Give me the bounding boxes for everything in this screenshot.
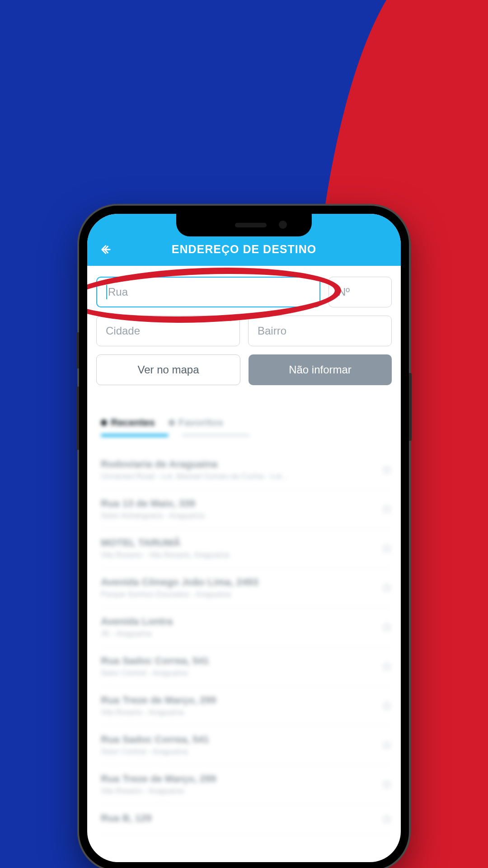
favorite-star-icon[interactable] xyxy=(382,661,392,671)
list-item[interactable]: Rua Sadoc Correa, 541Setor Central - Ara… xyxy=(101,647,392,686)
list-item-title: Rua Sadoc Correa, 541 xyxy=(101,655,209,667)
tab-favoritos[interactable]: Favoritos xyxy=(169,417,223,434)
list-item-title: Avenida Lontra xyxy=(101,616,173,627)
city-placeholder: Cidade xyxy=(106,325,140,337)
favorite-star-icon[interactable] xyxy=(382,622,392,632)
number-input[interactable]: Nº xyxy=(328,277,392,307)
favorite-star-icon[interactable] xyxy=(382,701,392,711)
list-item[interactable]: Rua Treze de Março, 299Vila Rosario - Ar… xyxy=(101,686,392,726)
svg-marker-4 xyxy=(383,584,391,591)
list-item-title: Rua Sadoc Correa, 541 xyxy=(101,734,209,745)
phone-notch xyxy=(176,214,312,236)
list-item-subtitle: Unnamed Road - Lot. Manoel Gomes da Cunh… xyxy=(101,472,288,481)
svg-marker-5 xyxy=(383,623,391,631)
list-item[interactable]: Rua Sadoc Correa, 541Setor Central - Ara… xyxy=(101,726,392,765)
list-item-subtitle: Setor Central - Araguaína xyxy=(101,669,209,678)
city-input[interactable]: Cidade xyxy=(96,316,240,346)
list-item-subtitle: Vila Rosario - Araguaína xyxy=(101,708,216,717)
back-arrow-icon[interactable] xyxy=(100,243,113,256)
svg-marker-8 xyxy=(383,741,391,749)
district-placeholder: Bairro xyxy=(258,325,286,337)
list-item-subtitle: JK - Araguaína xyxy=(101,629,173,638)
phone-power-button xyxy=(409,373,412,441)
favorite-star-icon[interactable] xyxy=(382,814,392,824)
favorite-star-icon[interactable] xyxy=(382,504,392,514)
favorite-star-icon[interactable] xyxy=(382,740,392,750)
list-item[interactable]: MOTEL TARUMÃVila Rosario - Vila Rosario,… xyxy=(101,529,392,568)
favorite-star-icon[interactable] xyxy=(382,465,392,475)
address-form: Rua Nº Cidade Bairro Ver no mapa xyxy=(87,266,401,390)
dot-icon xyxy=(101,420,107,426)
tab-recentes[interactable]: Recentes xyxy=(101,417,155,434)
svg-marker-1 xyxy=(383,466,391,473)
list-item[interactable]: Rodoviaria de AraguainaUnnamed Road - Lo… xyxy=(101,450,392,490)
street-input[interactable]: Rua xyxy=(96,277,320,307)
list-item-title: Avenida Cônego João Lima, 2493 xyxy=(101,576,258,588)
list-item[interactable]: Rua B, 129 xyxy=(101,804,392,835)
list-item-title: Rua B, 129 xyxy=(101,812,152,824)
list-item[interactable]: Rua 13 de Maio, 339Setor Anhanguera - Ar… xyxy=(101,490,392,529)
svg-marker-10 xyxy=(383,815,391,823)
list-item[interactable]: Avenida LontraJK - Araguaína xyxy=(101,608,392,647)
svg-marker-2 xyxy=(383,505,391,513)
svg-marker-3 xyxy=(383,544,391,552)
page-title: ENDEREÇO DE DESTINO xyxy=(98,243,390,256)
recent-list: Rodoviaria de AraguainaUnnamed Road - Lo… xyxy=(87,437,401,835)
svg-marker-6 xyxy=(383,662,391,670)
list-item-subtitle: Setor Anhanguera - Araguaína xyxy=(101,511,205,520)
list-item[interactable]: Avenida Cônego João Lima, 2493Parque Son… xyxy=(101,568,392,608)
list-item[interactable]: Rua Treze de Março, 299Vila Rosario - Ar… xyxy=(101,765,392,804)
svg-marker-7 xyxy=(383,702,391,709)
tabs: Recentes Favoritos xyxy=(87,390,401,434)
phone-screen: ENDEREÇO DE DESTINO Rua Nº Cidade Bairro xyxy=(87,214,401,862)
district-input[interactable]: Bairro xyxy=(248,316,392,346)
list-item-title: Rua Treze de Março, 299 xyxy=(101,694,216,706)
list-item-title: Rodoviaria de Araguaina xyxy=(101,458,288,470)
street-placeholder: Rua xyxy=(108,286,128,298)
svg-marker-9 xyxy=(383,780,391,788)
list-item-subtitle: Setor Central - Araguaína xyxy=(101,747,209,756)
number-placeholder: Nº xyxy=(338,286,350,298)
favorite-star-icon[interactable] xyxy=(382,779,392,789)
list-item-subtitle: Parque Sonhos Dourados - Araguaína xyxy=(101,590,258,599)
phone-frame: ENDEREÇO DE DESTINO Rua Nº Cidade Bairro xyxy=(79,206,409,868)
star-icon xyxy=(169,420,175,426)
list-item-subtitle: Vila Rosario - Vila Rosario, Araguaína xyxy=(101,551,230,560)
list-item-title: MOTEL TARUMÃ xyxy=(101,537,230,549)
favorite-star-icon[interactable] xyxy=(382,543,392,553)
view-map-button[interactable]: Ver no mapa xyxy=(96,354,240,385)
skip-button[interactable]: Não informar xyxy=(249,354,392,385)
list-item-subtitle: Vila Rosario - Araguaína xyxy=(101,787,216,796)
list-item-title: Rua Treze de Março, 299 xyxy=(101,773,216,785)
favorite-star-icon[interactable] xyxy=(382,583,392,593)
list-item-title: Rua 13 de Maio, 339 xyxy=(101,498,205,509)
